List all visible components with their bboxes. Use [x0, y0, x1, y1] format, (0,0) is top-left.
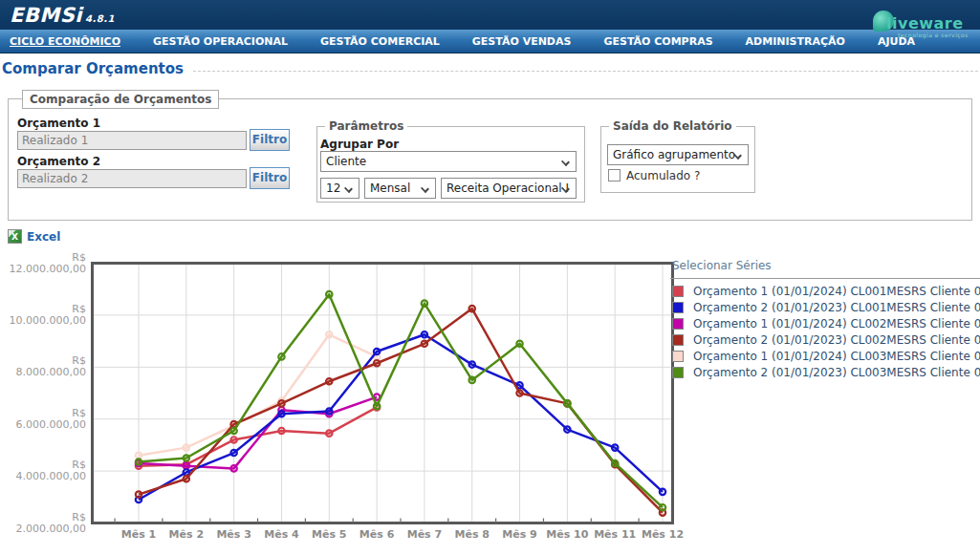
x-tick-label-10: Mês 11: [591, 528, 639, 541]
periodos-value: 12: [326, 181, 340, 195]
frequencia-value: Mensal: [370, 181, 410, 195]
liveware-brand: liveware: [886, 14, 964, 32]
x-tick-label-2: Mês 3: [210, 528, 258, 541]
agrupar-por-value: Cliente: [326, 155, 366, 168]
series-label: Orçamento 2 (01/01/2023) CL003MESRS Clie…: [693, 366, 980, 379]
series-legend-item-1[interactable]: Orçamento 2 (01/01/2023) CL001MESRS Clie…: [670, 299, 980, 315]
x-tick-label-1: Mês 2: [163, 528, 210, 541]
liveware-logo: liveware tecnologia e serviços: [873, 9, 969, 47]
chevron-down-icon: [421, 184, 429, 193]
page-title-row: Comparar Orçamentos: [2, 60, 978, 77]
series-legend-items: Orçamento 1 (01/01/2024) CL001MESRS Clie…: [670, 283, 980, 380]
nav-item-5[interactable]: ADMINISTRAÇÃO: [746, 35, 845, 48]
comparacao-fieldset-legend: Comparação de Orçamentos: [22, 90, 219, 109]
agrupar-por-label: Agrupar Por: [320, 138, 399, 151]
series-swatch: [672, 318, 684, 330]
conta-value: Receita Operacional I: [446, 181, 569, 195]
x-tick-label-7: Mês 8: [448, 528, 496, 541]
orcamento1-input[interactable]: Realizado 1: [17, 131, 247, 150]
series-legend-item-2[interactable]: Orçamento 1 (01/01/2024) CL002MESRS Clie…: [670, 315, 980, 331]
saida-legend: Saída do Relatório: [609, 119, 736, 133]
y-tick-label-0: R$ 12.000.000,00: [0, 252, 86, 275]
y-tick-label-4: R$ 4.000.000,00: [0, 459, 86, 482]
nav-item-0[interactable]: CICLO ECONÔMICO: [10, 35, 120, 48]
series-label: Orçamento 2 (01/01/2023) CL002MESRS Clie…: [693, 333, 980, 347]
series-legend-item-0[interactable]: Orçamento 1 (01/01/2024) CL001MESRS Clie…: [670, 283, 980, 299]
x-tick-label-8: Mês 9: [496, 528, 544, 541]
orcamento1-label: Orçamento 1: [17, 117, 100, 130]
liveware-tagline: tecnologia e serviços: [898, 32, 969, 38]
x-tick-label-9: Mês 10: [543, 528, 591, 541]
nav-item-2[interactable]: GESTÃO COMERCIAL: [320, 35, 440, 48]
excel-link-label: Excel: [27, 230, 60, 244]
nav-item-1[interactable]: GESTÃO OPERACIONAL: [153, 35, 288, 48]
app-version: 4.8.1: [85, 13, 115, 24]
series-legend-divider: [670, 278, 980, 279]
chevron-down-icon: [344, 184, 353, 193]
app-title: EBMSi: [10, 4, 82, 27]
y-tick-label-5: R$ 2.000.000,00: [0, 512, 86, 535]
orcamento2-filtro-button[interactable]: Filtro: [250, 167, 290, 189]
tipo-saida-value: Gráfico agrupamento: [613, 148, 735, 161]
chevron-down-icon: [561, 158, 570, 166]
series-label: Orçamento 1 (01/01/2024) CL001MESRS Clie…: [693, 285, 980, 298]
conta-select[interactable]: Receita Operacional I: [441, 178, 577, 199]
budget-comparison-chart: [91, 262, 676, 527]
y-tick-label-3: R$ 6.000.000,00: [0, 408, 86, 431]
y-tick-label-2: R$ 8.000.000,00: [0, 355, 86, 378]
header-bar: EBMSi4.8.1: [0, 0, 980, 30]
excel-export-link[interactable]: X Excel: [8, 229, 60, 244]
app-window: EBMSi4.8.1 CICLO ECONÔMICOGESTÃO OPERACI…: [0, 0, 980, 555]
frequencia-select[interactable]: Mensal: [364, 178, 436, 199]
main-nav: CICLO ECONÔMICOGESTÃO OPERACIONALGESTÃO …: [0, 30, 980, 53]
page-title: Comparar Orçamentos: [2, 60, 184, 77]
nav-item-3[interactable]: GESTÃO VENDAS: [472, 35, 572, 48]
title-divider: [193, 71, 978, 72]
periodos-select[interactable]: 12: [320, 178, 359, 199]
series-swatch: [672, 334, 684, 346]
x-tick-label-6: Mês 7: [401, 528, 448, 541]
x-tick-label-3: Mês 4: [257, 528, 305, 541]
series-legend-item-3[interactable]: Orçamento 2 (01/01/2023) CL002MESRS Clie…: [670, 331, 980, 348]
orcamento1-filtro-button[interactable]: Filtro: [250, 129, 290, 151]
orcamento2-label: Orçamento 2: [17, 155, 100, 168]
agrupar-por-select[interactable]: Cliente: [320, 151, 577, 172]
parametros-legend: Parâmetros: [325, 119, 407, 133]
series-swatch: [672, 351, 684, 362]
x-tick-label-11: Mês 12: [639, 528, 686, 541]
app-logo: EBMSi4.8.1: [10, 4, 115, 27]
series-label: Orçamento 1 (01/01/2024) CL003MESRS Clie…: [693, 350, 980, 363]
series-swatch: [672, 286, 684, 297]
series-swatch: [672, 302, 684, 313]
series-legend-title: Selecionar Séries: [670, 259, 980, 272]
series-legend-item-4[interactable]: Orçamento 1 (01/01/2024) CL003MESRS Clie…: [670, 348, 980, 364]
orcamento2-input[interactable]: Realizado 2: [17, 169, 247, 188]
tipo-saida-select[interactable]: Gráfico agrupamento: [607, 144, 749, 165]
x-tick-label-4: Mês 5: [305, 528, 353, 541]
nav-item-4[interactable]: GESTÃO COMPRAS: [603, 35, 712, 48]
series-legend-item-5[interactable]: Orçamento 2 (01/01/2023) CL003MESRS Clie…: [670, 364, 980, 380]
x-tick-label-5: Mês 6: [353, 528, 401, 541]
acumulado-checkbox[interactable]: [608, 169, 621, 181]
x-tick-label-0: Mês 1: [115, 528, 163, 541]
series-legend-panel: Selecionar Séries Orçamento 1 (01/01/202…: [670, 259, 980, 380]
y-tick-label-1: R$ 10.000.000,00: [0, 304, 86, 327]
series-label: Orçamento 2 (01/01/2023) CL001MESRS Clie…: [693, 301, 980, 314]
acumulado-label: Acumulado ?: [626, 169, 700, 182]
series-swatch: [672, 367, 684, 378]
excel-icon: X: [8, 229, 22, 244]
series-label: Orçamento 1 (01/01/2024) CL002MESRS Clie…: [693, 317, 980, 331]
